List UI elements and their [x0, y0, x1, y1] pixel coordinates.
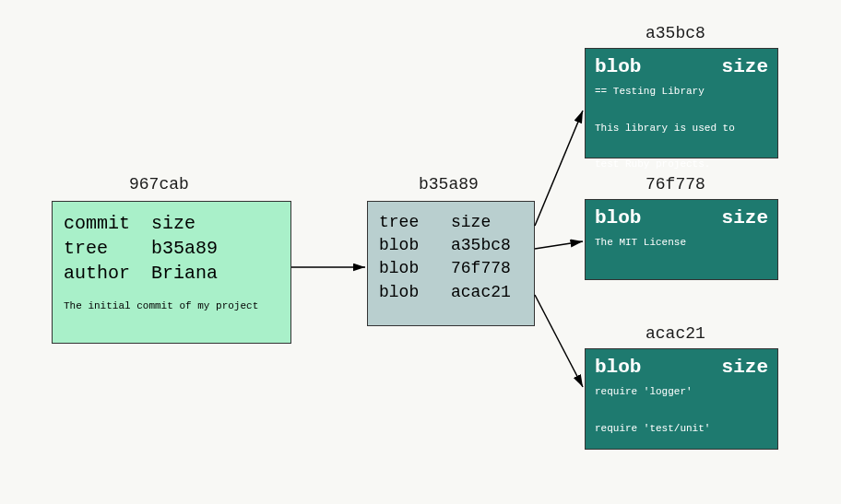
commit-row-val: Briana — [151, 261, 218, 286]
blob-content: require 'logger' require 'test/unit' — [595, 383, 768, 438]
commit-row-val: b35a89 — [151, 236, 218, 261]
tree-row: blob acac21 — [379, 281, 523, 304]
blob3-hash-label: acac21 — [646, 324, 705, 343]
tree-row-val: size — [451, 211, 491, 234]
blob-header-right: size — [722, 357, 768, 378]
commit-row-key: commit — [64, 211, 151, 236]
blob-header-right: size — [722, 56, 768, 77]
blob-header-left: blob — [595, 56, 641, 77]
arrow-tree-to-blob1 — [535, 111, 583, 226]
commit-row-key: tree — [64, 236, 151, 261]
blob-header: blob size — [595, 56, 768, 77]
blob-header-left: blob — [595, 207, 641, 229]
tree-row-key: blob — [379, 234, 451, 257]
commit-hash-label: 967cab — [129, 175, 189, 193]
blob-object: blob size == Testing Library This librar… — [585, 48, 778, 158]
commit-row: author Briana — [64, 261, 279, 286]
arrow-tree-to-blob2 — [535, 241, 583, 249]
tree-row: tree size — [379, 211, 523, 234]
blob-content: == Testing Library This library is used … — [595, 83, 768, 174]
tree-row: blob a35bc8 — [379, 234, 523, 257]
tree-row-val: 76f778 — [451, 257, 511, 280]
tree-row-val: acac21 — [451, 281, 511, 304]
arrow-tree-to-blob3 — [535, 295, 583, 387]
blob-header: blob size — [595, 357, 768, 378]
tree-object: tree size blob a35bc8 blob 76f778 blob a… — [367, 201, 535, 326]
commit-message: The initial commit of my project — [64, 300, 279, 311]
blob-header-right: size — [722, 207, 768, 229]
tree-row-key: tree — [379, 211, 451, 234]
blob-header: blob size — [595, 207, 768, 229]
tree-hash-label: b35a89 — [419, 175, 479, 193]
tree-row: blob 76f778 — [379, 257, 523, 280]
commit-row-val: size — [151, 211, 195, 236]
blob1-hash-label: a35bc8 — [646, 24, 705, 42]
blob-object: blob size The MIT License — [585, 199, 778, 280]
commit-object: commit size tree b35a89 author Briana Th… — [52, 201, 291, 344]
commit-row-key: author — [64, 261, 151, 286]
commit-row: commit size — [64, 211, 279, 236]
blob-header-left: blob — [595, 357, 641, 378]
blob-content: The MIT License — [595, 234, 768, 252]
blob-object: blob size require 'logger' require 'test… — [585, 348, 778, 450]
blob2-hash-label: 76f778 — [646, 175, 705, 193]
tree-row-key: blob — [379, 257, 451, 280]
commit-row: tree b35a89 — [64, 236, 279, 261]
tree-row-key: blob — [379, 281, 451, 304]
tree-row-val: a35bc8 — [451, 234, 511, 257]
